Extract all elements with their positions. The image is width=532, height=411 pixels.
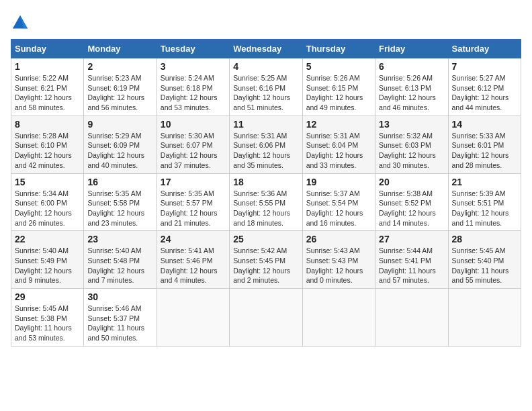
day-number: 7 — [452, 61, 517, 72]
calendar-day-cell: 25 Sunrise: 5:42 AM Sunset: 5:45 PM Dayl… — [230, 231, 302, 289]
calendar-day-cell: 4 Sunrise: 5:25 AM Sunset: 6:16 PM Dayli… — [230, 58, 302, 116]
calendar-day-cell: 29 Sunrise: 5:45 AM Sunset: 5:38 PM Dayl… — [11, 289, 84, 347]
calendar-day-cell: 18 Sunrise: 5:36 AM Sunset: 5:55 PM Dayl… — [230, 173, 302, 231]
day-detail: Sunrise: 5:38 AM Sunset: 5:52 PM Dayligh… — [379, 189, 436, 227]
day-detail: Sunrise: 5:45 AM Sunset: 5:38 PM Dayligh… — [15, 304, 72, 342]
weekday-header: Monday — [84, 40, 157, 58]
day-detail: Sunrise: 5:34 AM Sunset: 6:00 PM Dayligh… — [15, 189, 72, 227]
weekday-header: Saturday — [448, 40, 521, 58]
day-detail: Sunrise: 5:40 AM Sunset: 5:48 PM Dayligh… — [87, 246, 144, 284]
calendar-day-cell — [375, 289, 448, 347]
day-number: 1 — [15, 61, 80, 72]
day-number: 16 — [87, 177, 152, 187]
day-number: 10 — [161, 119, 226, 130]
day-detail: Sunrise: 5:37 AM Sunset: 5:54 PM Dayligh… — [306, 189, 363, 227]
calendar-day-cell: 9 Sunrise: 5:29 AM Sunset: 6:09 PM Dayli… — [84, 116, 157, 173]
day-detail: Sunrise: 5:35 AM Sunset: 5:58 PM Dayligh… — [87, 189, 144, 227]
calendar-day-cell: 7 Sunrise: 5:27 AM Sunset: 6:12 PM Dayli… — [448, 58, 521, 116]
calendar-day-cell: 3 Sunrise: 5:24 AM Sunset: 6:18 PM Dayli… — [157, 58, 229, 116]
day-number: 8 — [15, 119, 80, 130]
calendar-day-cell — [302, 289, 375, 347]
calendar-week-row: 15 Sunrise: 5:34 AM Sunset: 6:00 PM Dayl… — [11, 173, 521, 231]
day-detail: Sunrise: 5:24 AM Sunset: 6:18 PM Dayligh… — [161, 74, 218, 111]
day-number: 22 — [15, 234, 80, 244]
day-detail: Sunrise: 5:28 AM Sunset: 6:10 PM Dayligh… — [15, 132, 72, 169]
calendar-table: SundayMondayTuesdayWednesdayThursdayFrid… — [11, 39, 521, 347]
day-number: 13 — [379, 119, 444, 130]
day-detail: Sunrise: 5:46 AM Sunset: 5:37 PM Dayligh… — [87, 304, 144, 342]
day-detail: Sunrise: 5:23 AM Sunset: 6:19 PM Dayligh… — [87, 74, 144, 111]
day-detail: Sunrise: 5:29 AM Sunset: 6:09 PM Dayligh… — [87, 132, 144, 169]
logo-icon — [11, 13, 30, 32]
calendar-day-cell: 17 Sunrise: 5:35 AM Sunset: 5:57 PM Dayl… — [157, 173, 229, 231]
day-detail: Sunrise: 5:39 AM Sunset: 5:51 PM Dayligh… — [452, 189, 509, 227]
calendar-week-row: 22 Sunrise: 5:40 AM Sunset: 5:49 PM Dayl… — [11, 231, 521, 289]
calendar-day-cell: 30 Sunrise: 5:46 AM Sunset: 5:37 PM Dayl… — [84, 289, 157, 347]
calendar-day-cell: 21 Sunrise: 5:39 AM Sunset: 5:51 PM Dayl… — [448, 173, 521, 231]
day-number: 19 — [306, 177, 371, 187]
day-detail: Sunrise: 5:22 AM Sunset: 6:21 PM Dayligh… — [15, 74, 72, 111]
day-number: 26 — [306, 234, 371, 244]
calendar-day-cell: 2 Sunrise: 5:23 AM Sunset: 6:19 PM Dayli… — [84, 58, 157, 116]
calendar-day-cell — [230, 289, 302, 347]
day-number: 4 — [233, 61, 298, 72]
calendar-day-cell: 11 Sunrise: 5:31 AM Sunset: 6:06 PM Dayl… — [230, 116, 302, 173]
calendar-day-cell: 6 Sunrise: 5:26 AM Sunset: 6:13 PM Dayli… — [375, 58, 448, 116]
calendar-day-cell: 27 Sunrise: 5:44 AM Sunset: 5:41 PM Dayl… — [375, 231, 448, 289]
weekday-header: Sunday — [11, 40, 84, 58]
day-number: 12 — [306, 119, 371, 130]
weekday-header: Wednesday — [230, 40, 302, 58]
day-number: 25 — [233, 234, 298, 244]
day-number: 15 — [15, 177, 80, 187]
day-detail: Sunrise: 5:32 AM Sunset: 6:03 PM Dayligh… — [379, 132, 436, 169]
calendar-week-row: 8 Sunrise: 5:28 AM Sunset: 6:10 PM Dayli… — [11, 116, 521, 173]
calendar-day-cell: 15 Sunrise: 5:34 AM Sunset: 6:00 PM Dayl… — [11, 173, 84, 231]
calendar-week-row: 29 Sunrise: 5:45 AM Sunset: 5:38 PM Dayl… — [11, 289, 521, 347]
day-detail: Sunrise: 5:44 AM Sunset: 5:41 PM Dayligh… — [379, 246, 436, 284]
calendar-day-cell: 12 Sunrise: 5:31 AM Sunset: 6:04 PM Dayl… — [302, 116, 375, 173]
weekday-header: Friday — [375, 40, 448, 58]
weekday-header-row: SundayMondayTuesdayWednesdayThursdayFrid… — [11, 40, 521, 58]
logo — [11, 13, 32, 32]
day-detail: Sunrise: 5:31 AM Sunset: 6:06 PM Dayligh… — [233, 132, 290, 169]
day-detail: Sunrise: 5:27 AM Sunset: 6:12 PM Dayligh… — [452, 74, 509, 111]
day-detail: Sunrise: 5:45 AM Sunset: 5:40 PM Dayligh… — [452, 246, 509, 284]
day-number: 24 — [161, 234, 226, 244]
day-number: 14 — [452, 119, 517, 130]
day-number: 9 — [87, 119, 152, 130]
calendar-day-cell: 19 Sunrise: 5:37 AM Sunset: 5:54 PM Dayl… — [302, 173, 375, 231]
day-detail: Sunrise: 5:26 AM Sunset: 6:15 PM Dayligh… — [306, 74, 363, 111]
day-detail: Sunrise: 5:42 AM Sunset: 5:45 PM Dayligh… — [233, 246, 290, 284]
day-number: 28 — [452, 234, 517, 244]
calendar-day-cell: 26 Sunrise: 5:43 AM Sunset: 5:43 PM Dayl… — [302, 231, 375, 289]
day-number: 5 — [306, 61, 371, 72]
day-number: 27 — [379, 234, 444, 244]
day-number: 17 — [161, 177, 226, 187]
day-detail: Sunrise: 5:40 AM Sunset: 5:49 PM Dayligh… — [15, 246, 72, 284]
calendar-day-cell: 16 Sunrise: 5:35 AM Sunset: 5:58 PM Dayl… — [84, 173, 157, 231]
day-number: 3 — [161, 61, 226, 72]
day-detail: Sunrise: 5:33 AM Sunset: 6:01 PM Dayligh… — [452, 132, 509, 169]
calendar-day-cell: 1 Sunrise: 5:22 AM Sunset: 6:21 PM Dayli… — [11, 58, 84, 116]
calendar-day-cell: 13 Sunrise: 5:32 AM Sunset: 6:03 PM Dayl… — [375, 116, 448, 173]
day-detail: Sunrise: 5:25 AM Sunset: 6:16 PM Dayligh… — [233, 74, 290, 111]
calendar-day-cell: 23 Sunrise: 5:40 AM Sunset: 5:48 PM Dayl… — [84, 231, 157, 289]
day-detail: Sunrise: 5:35 AM Sunset: 5:57 PM Dayligh… — [161, 189, 218, 227]
day-number: 29 — [15, 291, 80, 302]
day-number: 30 — [87, 291, 152, 302]
day-detail: Sunrise: 5:41 AM Sunset: 5:46 PM Dayligh… — [161, 246, 218, 284]
day-number: 20 — [379, 177, 444, 187]
day-detail: Sunrise: 5:36 AM Sunset: 5:55 PM Dayligh… — [233, 189, 290, 227]
calendar-week-row: 1 Sunrise: 5:22 AM Sunset: 6:21 PM Dayli… — [11, 58, 521, 116]
calendar-day-cell: 8 Sunrise: 5:28 AM Sunset: 6:10 PM Dayli… — [11, 116, 84, 173]
day-detail: Sunrise: 5:26 AM Sunset: 6:13 PM Dayligh… — [379, 74, 436, 111]
calendar-day-cell: 10 Sunrise: 5:30 AM Sunset: 6:07 PM Dayl… — [157, 116, 229, 173]
calendar-day-cell — [157, 289, 229, 347]
day-detail: Sunrise: 5:30 AM Sunset: 6:07 PM Dayligh… — [161, 132, 218, 169]
weekday-header: Thursday — [302, 40, 375, 58]
calendar-day-cell: 5 Sunrise: 5:26 AM Sunset: 6:15 PM Dayli… — [302, 58, 375, 116]
calendar-day-cell: 20 Sunrise: 5:38 AM Sunset: 5:52 PM Dayl… — [375, 173, 448, 231]
day-detail: Sunrise: 5:31 AM Sunset: 6:04 PM Dayligh… — [306, 132, 363, 169]
day-number: 6 — [379, 61, 444, 72]
day-detail: Sunrise: 5:43 AM Sunset: 5:43 PM Dayligh… — [306, 246, 363, 284]
